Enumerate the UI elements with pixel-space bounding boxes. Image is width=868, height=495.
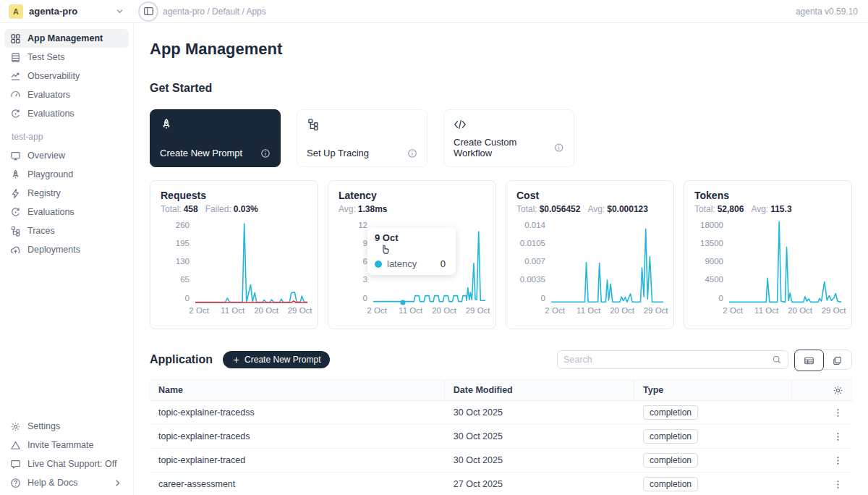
- chart-plot: [195, 221, 307, 302]
- ellipsis-vertical-icon: [833, 479, 843, 490]
- x-axis-label: 11 Oct: [754, 306, 778, 315]
- table-row[interactable]: topic-explainer-tracedss30 Oct 2025compl…: [150, 401, 852, 425]
- starter-card-create-custom-workflow[interactable]: Create Custom Workflow: [443, 109, 574, 167]
- main-content: App Management Get Started Create New Pr…: [134, 23, 868, 495]
- panel-left-icon: [143, 6, 154, 17]
- tree-icon: [10, 226, 21, 237]
- y-axis: 1800013500900045000: [694, 221, 723, 302]
- sidebar-item-registry[interactable]: Registry: [4, 184, 129, 203]
- sidebar-item-settings[interactable]: Settings: [4, 417, 129, 436]
- type-badge: completion: [643, 405, 698, 420]
- sidebar-item-label: Evaluators: [27, 90, 70, 100]
- breadcrumb[interactable]: agenta-pro / Default / Apps: [163, 7, 266, 17]
- tooltip-series-label: latency: [387, 258, 417, 269]
- hand-cursor-icon: [379, 244, 391, 256]
- get-started-title: Get Started: [150, 82, 852, 95]
- y-axis-label: 260: [161, 221, 190, 230]
- row-actions-button[interactable]: [833, 455, 843, 466]
- chart-stat: Avg:$0.000123: [587, 204, 648, 214]
- search-box: [557, 350, 788, 369]
- app-root: A agenta-pro agenta-pro / Default / Apps…: [0, 0, 868, 495]
- org-selector[interactable]: A agenta-pro: [0, 4, 134, 19]
- sidebar-item-traces[interactable]: Traces: [4, 221, 129, 240]
- sidebar-item-test-sets[interactable]: Test Sets: [4, 48, 129, 67]
- table-view-button[interactable]: [794, 350, 824, 371]
- column-header-actions: [792, 380, 852, 400]
- gear-icon: [10, 421, 21, 432]
- search-input[interactable]: [563, 355, 772, 365]
- chart-card-latency: LatencyAvg:1.38ms1296309 Octlatency02 Oc…: [328, 180, 496, 329]
- column-header-name[interactable]: Name: [150, 380, 445, 400]
- create-new-prompt-label: Create New Prompt: [244, 355, 320, 365]
- info-icon[interactable]: [407, 148, 417, 158]
- create-new-prompt-button[interactable]: Create New Prompt: [223, 351, 330, 368]
- sidebar-nav-main: App ManagementTest SetsObservabilityEval…: [4, 29, 129, 123]
- app-name-cell: topic-explainer-traceds: [150, 431, 445, 441]
- chat-icon: [10, 459, 21, 470]
- sidebar-item-playground[interactable]: Playground: [4, 165, 129, 184]
- sidebar-item-invite-teammate[interactable]: Invite Teammate: [4, 436, 129, 454]
- row-actions-button[interactable]: [833, 431, 843, 442]
- help-icon: [10, 478, 21, 488]
- rocket-icon: [10, 169, 21, 180]
- refresh-icon: [10, 109, 21, 119]
- y-axis-label: 12: [339, 221, 367, 230]
- sidebar-item-label: Help & Docs: [27, 478, 77, 488]
- table-settings-button[interactable]: [833, 385, 843, 396]
- starter-card-set-up-tracing[interactable]: Set Up Tracing: [297, 109, 427, 167]
- sidebar-item-help-docs[interactable]: Help & Docs: [4, 473, 129, 492]
- chevron-down-icon: [114, 6, 125, 17]
- sidebar-item-live-chat-support-off[interactable]: Live Chat Support: Off: [4, 454, 129, 473]
- chart-tooltip: 9 Octlatency0: [367, 227, 456, 275]
- chart-plot: [551, 221, 663, 302]
- card-view-button[interactable]: [823, 350, 851, 371]
- sidebar-item-evaluations[interactable]: Evaluations: [4, 203, 129, 221]
- table-row[interactable]: career-assessment27 Oct 2025completion: [150, 473, 852, 495]
- sidebar-item-label: Playground: [27, 169, 73, 179]
- table-row[interactable]: topic-explainer-traceds30 Oct 2025comple…: [150, 425, 852, 449]
- sidebar-item-label: Evaluations: [27, 109, 75, 119]
- date-modified-cell: 30 Oct 2025: [445, 407, 634, 418]
- chart-card-requests: RequestsTotal:458Failed:0.03%26019513065…: [150, 180, 318, 329]
- search-icon[interactable]: [772, 355, 782, 365]
- page-title: App Management: [150, 40, 852, 59]
- chart-stat: Total:458: [161, 204, 198, 214]
- code-icon: [454, 118, 467, 131]
- column-header-date-modified[interactable]: Date Modified: [445, 380, 634, 400]
- column-header-type[interactable]: Type: [634, 380, 792, 400]
- application-title: Application: [150, 353, 213, 366]
- chart-stat: Total:52,806: [694, 204, 744, 214]
- chart-card-cost: CostTotal:$0.056452Avg:$0.0001230.0140.0…: [506, 180, 674, 329]
- info-icon[interactable]: [260, 148, 271, 158]
- bolt-icon: [10, 188, 21, 199]
- sidebar-item-deployments[interactable]: Deployments: [4, 240, 129, 259]
- starter-card-label: Create Custom Workflow: [454, 137, 554, 158]
- x-axis-label: 2 Oct: [189, 306, 208, 315]
- view-toggle: [794, 350, 852, 370]
- y-axis-label: 6: [339, 258, 367, 266]
- sidebar-item-app-management[interactable]: App Management: [4, 29, 129, 48]
- x-axis-label: 20 Oct: [788, 306, 812, 315]
- shell: App ManagementTest SetsObservabilityEval…: [0, 23, 868, 495]
- refresh-icon: [10, 207, 21, 218]
- app-name-cell: topic-explainer-tracedss: [150, 407, 445, 418]
- table-row[interactable]: topic-explainer-traced30 Oct 2025complet…: [150, 449, 852, 473]
- sidebar-item-evaluations[interactable]: Evaluations: [4, 104, 129, 123]
- chart-stat: Avg:1.38ms: [339, 204, 388, 214]
- row-actions-button[interactable]: [833, 407, 843, 418]
- rocket-icon: [160, 118, 173, 131]
- triangle-icon: [10, 440, 21, 451]
- row-actions-button[interactable]: [833, 479, 843, 490]
- sidebar-item-observability[interactable]: Observability: [4, 67, 129, 85]
- starter-card-create-new-prompt[interactable]: Create New Prompt: [150, 109, 281, 167]
- info-icon[interactable]: [554, 143, 564, 153]
- sidebar-item-overview[interactable]: Overview: [4, 146, 129, 165]
- sidebar-item-label: Overview: [27, 151, 65, 161]
- y-axis-label: 3: [339, 276, 367, 284]
- sidebar-collapse-button[interactable]: [138, 1, 158, 22]
- sidebar-item-label: Observability: [27, 71, 80, 81]
- sidebar-item-evaluators[interactable]: Evaluators: [4, 85, 129, 104]
- sidebar-item-label: Invite Teammate: [27, 440, 93, 450]
- sidebar-item-label: Settings: [27, 421, 60, 431]
- type-badge: completion: [643, 429, 698, 444]
